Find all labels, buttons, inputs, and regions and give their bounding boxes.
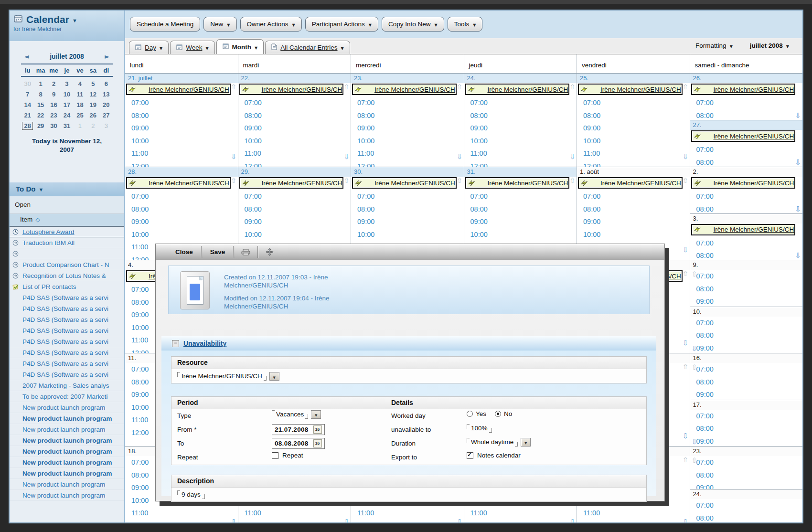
- scroll-up-icon[interactable]: [683, 84, 689, 91]
- mini-calendar-date[interactable]: 30: [47, 121, 60, 131]
- time-slot[interactable]: 11:00: [351, 147, 464, 160]
- scroll-up-icon[interactable]: [569, 84, 576, 91]
- time-slot[interactable]: 09:00: [464, 215, 577, 228]
- day-cell[interactable]: 9.07:0008:0009:0010:0011:0012:00: [690, 260, 803, 307]
- notes-calendar-checkbox[interactable]: [467, 452, 473, 459]
- mini-calendar-date[interactable]: 15: [34, 100, 47, 110]
- calendar-entry[interactable]: Irène Melchner/GENIUS/CH: [352, 177, 457, 189]
- todo-list-item[interactable]: P4D SAS (Software as a servi: [10, 347, 124, 358]
- time-slot[interactable]: 09:00: [690, 388, 803, 400]
- type-field[interactable]: Vacances: [272, 410, 308, 419]
- todo-list-item[interactable]: New product launch program: [10, 479, 124, 490]
- time-slot[interactable]: 08:00: [125, 109, 238, 122]
- toolbar-button-copy-into-new[interactable]: Copy Into New: [382, 17, 444, 32]
- calendar-entry[interactable]: Irène Melchner/GENIUS/CH: [578, 177, 683, 189]
- time-slot[interactable]: 08:00: [464, 109, 577, 122]
- todo-list-item[interactable]: 2007 Marketing - Sales analys: [10, 380, 124, 391]
- time-slot[interactable]: 11:00: [464, 147, 577, 160]
- month-selector[interactable]: juillet 2008: [750, 42, 789, 49]
- time-slot[interactable]: 09:00: [125, 122, 238, 135]
- scroll-down-icon[interactable]: [683, 433, 689, 440]
- time-slot[interactable]: 12:00: [125, 160, 238, 167]
- scroll-up-icon[interactable]: [683, 363, 689, 371]
- time-slot[interactable]: 08:00: [690, 249, 803, 260]
- time-slot[interactable]: 12:00: [577, 520, 690, 523]
- time-slot[interactable]: 10:00: [351, 135, 464, 148]
- time-slot[interactable]: 09:00: [238, 122, 351, 135]
- day-cell[interactable]: 23.07:0008:0009:0010:0011:0012:00: [690, 447, 803, 489]
- time-slot[interactable]: 11:00: [464, 507, 577, 520]
- todo-list-item[interactable]: P4D SAS (Software as a servi: [10, 292, 124, 303]
- todo-list-item[interactable]: New product launch program: [10, 435, 124, 446]
- time-slot[interactable]: 08:00: [690, 376, 803, 389]
- time-slot[interactable]: 12:00: [464, 520, 577, 523]
- scroll-up-icon[interactable]: [231, 84, 237, 91]
- time-slot[interactable]: 08:00: [577, 203, 690, 216]
- todo-item-column-header[interactable]: Item: [10, 214, 124, 226]
- scroll-down-icon[interactable]: [692, 438, 698, 446]
- time-slot[interactable]: 08:00: [690, 422, 803, 435]
- day-cell[interactable]: 26.Irène Melchner/GENIUS/CH07:0008:0009:…: [690, 74, 803, 120]
- todo-open-button[interactable]: Open: [10, 196, 124, 214]
- day-cell[interactable]: 17.07:0008:0009:0010:0011:0012:00: [690, 400, 803, 447]
- mini-calendar-date[interactable]: 5: [86, 79, 99, 89]
- collapse-section-icon[interactable]: [172, 340, 179, 347]
- time-slot[interactable]: 10:00: [238, 228, 351, 241]
- day-cell[interactable]: 25.Irène Melchner/GENIUS/CH07:0008:0009:…: [577, 74, 690, 167]
- todo-list-item[interactable]: New product launch program: [10, 457, 124, 468]
- day-cell[interactable]: 21. juilletIrène Melchner/GENIUS/CH07:00…: [125, 74, 238, 167]
- calendar-entry[interactable]: Irène Melchner/GENIUS/CH: [352, 84, 457, 95]
- mini-calendar-date[interactable]: 11: [74, 89, 86, 100]
- toolbar-button-tools[interactable]: Tools: [448, 17, 483, 32]
- todo-list-item[interactable]: P4D SAS (Software as a servi: [10, 336, 124, 347]
- time-slot[interactable]: 09:00: [351, 122, 464, 135]
- scroll-up-icon[interactable]: [692, 271, 698, 278]
- scroll-down-icon[interactable]: [683, 519, 689, 522]
- todo-list-item[interactable]: New product launch program: [10, 468, 124, 479]
- mini-calendar-date[interactable]: 9: [47, 89, 60, 100]
- scroll-up-icon[interactable]: [569, 177, 576, 184]
- time-slot[interactable]: 08:00: [690, 329, 803, 342]
- todo-list-item[interactable]: P4D SAS (Software as a servi: [10, 303, 124, 314]
- formatting-menu[interactable]: Formatting: [695, 42, 733, 49]
- resource-dropdown-icon[interactable]: [269, 372, 279, 381]
- mini-calendar-date[interactable]: 29: [34, 121, 47, 131]
- time-slot[interactable]: 07:00: [238, 96, 351, 109]
- calendar-entry[interactable]: Irène Melchner/GENIUS/CH: [465, 177, 570, 189]
- todo-list-item[interactable]: Recognition of Lotus Notes &: [10, 270, 124, 281]
- time-slot[interactable]: 10:00: [464, 135, 577, 148]
- repeat-checkbox[interactable]: [272, 452, 278, 459]
- time-slot[interactable]: 09:00: [464, 122, 577, 135]
- toolbar-button-owner-actions[interactable]: Owner Actions: [240, 17, 302, 32]
- time-slot[interactable]: 12:00: [351, 160, 464, 167]
- mini-calendar-date[interactable]: 7: [21, 89, 34, 100]
- calendar-entry[interactable]: Irène Melchner/GENIUS/CH: [239, 177, 344, 189]
- section-link-unavailability[interactable]: Unavailability: [183, 340, 226, 347]
- scroll-down-icon[interactable]: [683, 340, 689, 347]
- time-slot[interactable]: 07:00: [351, 190, 464, 203]
- day-cell[interactable]: 16.07:0008:0009:0010:0011:0012:00: [690, 353, 803, 400]
- time-slot[interactable]: 08:00: [690, 156, 803, 167]
- worked-day-yes-radio[interactable]: [467, 411, 473, 417]
- time-slot[interactable]: 09:00: [690, 342, 803, 353]
- time-slot[interactable]: 10:00: [577, 135, 690, 148]
- mini-calendar-date[interactable]: 6: [100, 79, 113, 89]
- scroll-down-icon[interactable]: [231, 153, 237, 160]
- unavailable-to-field[interactable]: 100%: [467, 424, 492, 433]
- scroll-down-icon[interactable]: [457, 519, 463, 522]
- time-slot[interactable]: 12:00: [351, 520, 464, 523]
- description-field[interactable]: 9 days: [177, 490, 205, 499]
- time-slot[interactable]: 07:00: [464, 96, 577, 109]
- mini-calendar-date[interactable]: 12: [86, 89, 99, 100]
- tab-week[interactable]: Week: [170, 41, 214, 54]
- day-cell[interactable]: 27.Irène Melchner/GENIUS/CH07:0008:0009:…: [690, 120, 803, 167]
- time-slot[interactable]: 12:00: [238, 160, 351, 167]
- save-button[interactable]: Save: [202, 244, 234, 260]
- mini-calendar-date[interactable]: 1: [74, 121, 86, 131]
- time-slot[interactable]: 08:00: [351, 203, 464, 216]
- scroll-up-icon[interactable]: [457, 84, 463, 91]
- day-cell[interactable]: 22.Irène Melchner/GENIUS/CH07:0008:0009:…: [238, 74, 351, 167]
- calendar-entry[interactable]: Irène Melchner/GENIUS/CH: [691, 224, 796, 235]
- toolbar-button-participant-actions[interactable]: Participant Actions: [305, 17, 378, 32]
- time-slot[interactable]: 09:00: [125, 215, 238, 228]
